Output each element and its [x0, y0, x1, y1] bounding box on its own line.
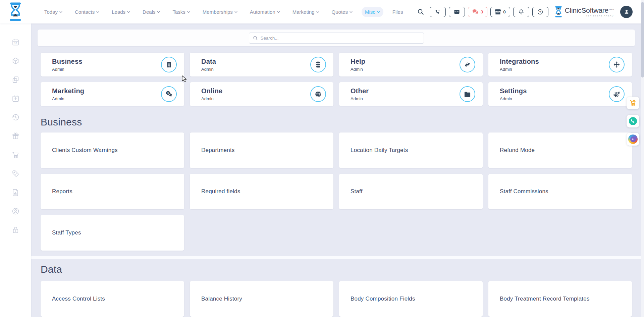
item-label: Required fields: [201, 188, 240, 195]
chevron-down-icon: [59, 11, 62, 13]
help-button[interactable]: ?: [532, 7, 548, 17]
category-card-other[interactable]: Other Admin: [339, 82, 483, 106]
category-card-marketing[interactable]: Marketing Admin $: [41, 82, 184, 106]
price-tag-icon[interactable]: [12, 170, 19, 177]
nav-label: Automation: [250, 9, 275, 15]
category-card-online[interactable]: Online Admin: [190, 82, 333, 106]
main-nav: Today Contacts Leads Deals Tasks Members…: [41, 0, 406, 23]
item-label: Location Daily Targets: [351, 147, 408, 154]
nav-item-quotes[interactable]: Quotes: [328, 7, 356, 17]
nav-item-marketing[interactable]: Marketing: [289, 7, 323, 17]
header-actions: 3 0 ?: [417, 0, 633, 23]
category-title: Help: [351, 58, 365, 65]
search-icon[interactable]: [417, 8, 424, 15]
svg-text:12: 12: [14, 42, 17, 45]
nav-item-leads[interactable]: Leads: [108, 7, 133, 17]
chevron-down-icon: [127, 11, 130, 13]
nav-item-today[interactable]: Today: [41, 7, 66, 17]
inbox-button[interactable]: [449, 7, 465, 17]
app-logo-hourglass-icon[interactable]: [8, 2, 23, 21]
category-card-integrations[interactable]: Integrations Admin: [488, 53, 632, 76]
question-icon: ?: [537, 9, 543, 15]
item-card-staff[interactable]: Staff: [339, 174, 483, 209]
copy-icon[interactable]: [12, 76, 19, 84]
user-avatar[interactable]: [620, 6, 633, 18]
scrollbar-thumb[interactable]: [641, 2, 644, 77]
item-card-balance-history[interactable]: Balance History: [190, 281, 333, 317]
chevron-down-icon: [277, 11, 280, 13]
nav-item-files[interactable]: Files: [389, 7, 407, 17]
nav-label: Contacts: [75, 9, 95, 15]
item-card-location-daily-targets[interactable]: Location Daily Targets: [339, 133, 483, 168]
item-card-clients-custom-warnings[interactable]: Clients Custom Warnings: [41, 133, 184, 168]
report-icon[interactable]: [12, 189, 19, 196]
money-chat-icon: $: [161, 86, 177, 102]
item-label: Departments: [201, 147, 235, 154]
search-panel: [38, 30, 635, 46]
item-card-body-treatment-record-templates[interactable]: Body Treatment Record Templates: [488, 281, 632, 317]
move-icon: [609, 57, 625, 72]
store-icon: [495, 9, 501, 15]
item-card-reports[interactable]: Reports: [41, 174, 184, 209]
category-card-business[interactable]: Business Admin: [41, 53, 184, 76]
nav-item-tasks[interactable]: Tasks: [169, 7, 193, 17]
nav-label: Deals: [143, 9, 155, 15]
notifications-button[interactable]: [513, 7, 529, 17]
item-card-staff-types[interactable]: Staff Types: [41, 215, 184, 251]
nav-label: Misc: [365, 9, 375, 15]
nav-item-misc[interactable]: Misc: [362, 7, 383, 17]
item-card-departments[interactable]: Departments: [190, 133, 333, 168]
chevron-down-icon: [316, 11, 319, 13]
chevron-down-icon: [234, 11, 237, 13]
category-card-help[interactable]: Help Admin: [339, 53, 483, 76]
nav-item-automation[interactable]: Automation: [247, 7, 283, 17]
database-icon: [310, 57, 326, 72]
chat-messages-button[interactable]: 3: [468, 7, 488, 17]
nav-item-memberships[interactable]: Memberships: [199, 7, 241, 17]
item-card-required-fields[interactable]: Required fields: [190, 174, 333, 209]
category-card-settings[interactable]: Settings Admin: [488, 82, 632, 106]
chat-badge: 3: [481, 9, 483, 14]
section-heading-business: Business: [41, 115, 632, 129]
brand-logo[interactable]: ClinicSoftware.com TEN STEPS AHEAD: [554, 6, 614, 17]
category-title: Integrations: [500, 58, 539, 65]
item-label: Body Composition Fields: [351, 296, 415, 302]
item-card-access-control-lists[interactable]: Access Control Lists: [41, 281, 184, 317]
floating-ai-button[interactable]: AI: [627, 133, 639, 146]
search-box[interactable]: [249, 33, 424, 44]
cart-icon[interactable]: [12, 151, 19, 159]
user-circle-icon[interactable]: [12, 207, 19, 215]
calendar-import-icon[interactable]: [12, 95, 19, 102]
calendar-icon[interactable]: 12: [12, 38, 19, 46]
item-card-body-composition-fields[interactable]: Body Composition Fields: [339, 281, 483, 317]
category-card-data[interactable]: Data Admin: [190, 53, 333, 76]
section-heading-data: Data: [41, 262, 632, 277]
whatsapp-icon: [629, 117, 637, 125]
data-item-grid: Access Control Lists Balance History Bod…: [41, 281, 632, 317]
nav-item-contacts[interactable]: Contacts: [71, 7, 103, 17]
brand-tagline: TEN STEPS AHEAD: [565, 15, 614, 17]
ai-label: AI: [630, 137, 636, 142]
phone-icon: [435, 9, 440, 15]
item-label: Reports: [52, 188, 72, 195]
svg-text:$: $: [167, 92, 169, 94]
nav-label: Leads: [112, 9, 125, 15]
gift-icon[interactable]: [12, 132, 19, 140]
item-card-refund-mode[interactable]: Refund Mode: [488, 133, 632, 168]
item-label: Staff: [351, 188, 363, 195]
lock-icon[interactable]: [12, 226, 19, 234]
category-title: Business: [52, 58, 83, 65]
item-label: Staff Types: [52, 229, 81, 236]
floating-whatsapp-button[interactable]: [627, 115, 639, 127]
category-subtitle: Admin: [351, 67, 365, 72]
package-icon[interactable]: [12, 57, 19, 65]
history-icon[interactable]: [12, 113, 19, 121]
category-subtitle: Admin: [201, 96, 222, 101]
shop-button[interactable]: 0: [490, 7, 510, 17]
category-subtitle: Admin: [500, 96, 527, 101]
item-card-staff-commissions[interactable]: Staff Commissions: [488, 174, 632, 209]
phone-call-button[interactable]: [430, 7, 446, 17]
nav-item-deals[interactable]: Deals: [139, 7, 163, 17]
floating-cart-button[interactable]: [627, 97, 639, 109]
search-input[interactable]: [261, 36, 420, 41]
